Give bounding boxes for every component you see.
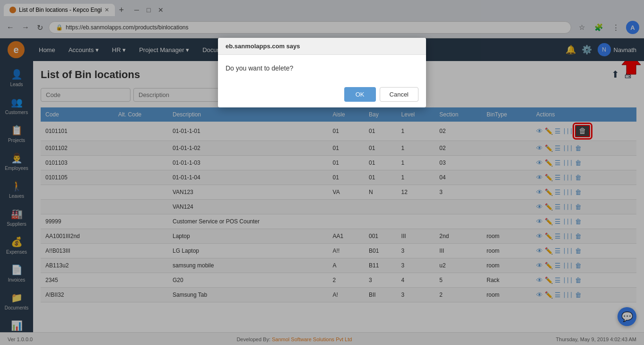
- dialog-cancel-button[interactable]: Cancel: [380, 87, 418, 102]
- dialog-header: eb.sanmolapps.com says: [218, 38, 426, 55]
- dialog-ok-button[interactable]: OK: [344, 87, 376, 102]
- confirm-dialog: eb.sanmolapps.com says Do you want to de…: [218, 38, 426, 107]
- dialog-overlay: eb.sanmolapps.com says Do you want to de…: [0, 0, 644, 345]
- dialog-body: Do you want to delete?: [218, 55, 426, 81]
- dialog-message: Do you want to delete?: [226, 64, 293, 72]
- dialog-footer: OK Cancel: [218, 81, 426, 107]
